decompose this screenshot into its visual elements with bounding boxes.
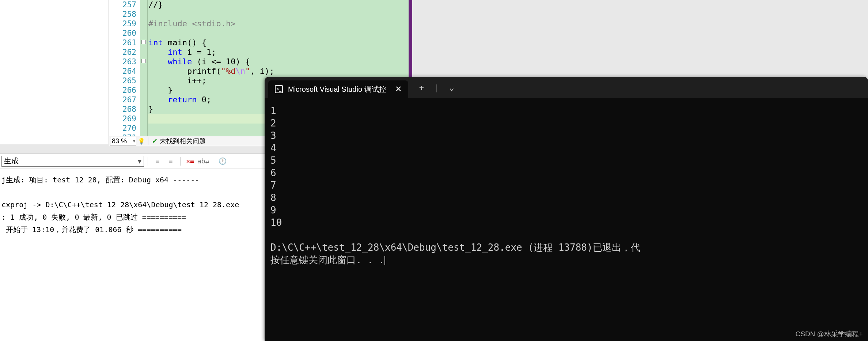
line-number-gutter: 257 258 259 260 261 262 263 264 265 266 … [109,0,140,146]
new-tab-icon[interactable]: + [419,83,424,92]
terminal-line: 7 [270,180,276,191]
line-number: 261 [109,38,136,48]
terminal-line: 8 [270,192,276,203]
tool-panel-blank [0,0,109,144]
terminal-tab[interactable]: >_ Microsoft Visual Studio 调试控 ✕ [268,80,408,98]
line-number: 257 [109,0,136,10]
line-number: 266 [109,86,136,95]
output-line: : 1 成功, 0 失败, 0 最新, 0 已跳过 ========== [1,213,186,221]
cursor-icon [384,256,385,265]
terminal-line: 6 [270,167,276,178]
terminal-line: 2 [270,118,276,129]
fold-toggle-icon[interactable]: − [141,59,146,63]
line-number: 259 [109,19,136,29]
code-line: //} [148,0,163,9]
line-number: 265 [109,76,136,86]
terminal-tab-controls: + | ⌄ [419,83,454,92]
terminal-line: 5 [270,155,276,166]
terminal-window: >_ Microsoft Visual Studio 调试控 ✕ + | ⌄ 1… [265,77,868,341]
separator [213,157,213,166]
separator [180,157,181,166]
terminal-line: 1 [270,105,276,116]
separator [148,137,148,145]
line-number: 263 [109,57,136,67]
terminal-line: 10 [270,217,282,228]
terminal-line: 4 [270,143,276,154]
clock-icon[interactable]: 🕐 [217,156,228,166]
terminal-exit-line: D:\C\C++\test_12_28\x64\Debug\test_12_28… [270,242,640,253]
fold-toggle-icon[interactable]: − [141,40,146,44]
terminal-body[interactable]: 1 2 3 4 5 6 7 8 9 10 D:\C\C++\test_12_28… [265,98,868,273]
line-number: 267 [109,95,136,105]
terminal-prompt-line: 按任意键关闭此窗口. . . [270,254,384,265]
issues-text: 未找到相关问题 [160,137,206,145]
chevron-down-icon[interactable]: ⌄ [449,83,454,92]
line-number: 258 [109,10,136,19]
output-filter-dropdown[interactable]: 生成 [1,156,144,167]
lightbulb-icon[interactable]: 💡 [136,137,147,145]
terminal-titlebar[interactable]: >_ Microsoft Visual Studio 调试控 ✕ + | ⌄ [265,77,868,98]
line-number: 260 [109,29,136,38]
check-circle-icon: ✔ [152,137,158,145]
terminal-tab-title: Microsoft Visual Studio 调试控 [288,84,386,94]
fold-column: − − [140,0,148,146]
clear-icon[interactable]: ✕≡ [184,156,196,166]
indent-left-icon[interactable]: ≡ [152,156,163,166]
terminal-line: 9 [270,205,276,216]
output-line: 开始于 13:10，并花费了 01.066 秒 ========== [1,225,182,234]
line-number: 262 [109,48,136,57]
output-line: cxproj -> D:\C\C++\test_12_28\x64\Debug\… [1,200,239,209]
output-line: j生成: 项目: test_12_28, 配置: Debug x64 -----… [1,175,199,184]
line-number: 264 [109,67,136,76]
wrap-icon[interactable]: ab↵ [197,156,209,166]
close-tab-icon[interactable]: ✕ [395,84,402,94]
code-line-include: #include <stdio.h> [148,19,235,28]
line-number: 268 [109,105,136,114]
zoom-level-dropdown[interactable]: 83 % [110,137,136,145]
separator [148,157,148,166]
line-number: 269 [109,114,136,124]
indent-right-icon[interactable]: ≡ [165,156,177,166]
terminal-line: 3 [270,130,276,141]
line-number: 270 [109,124,136,133]
watermark-text: CSDN @林采学编程+ [796,329,863,339]
console-icon: >_ [275,85,283,93]
